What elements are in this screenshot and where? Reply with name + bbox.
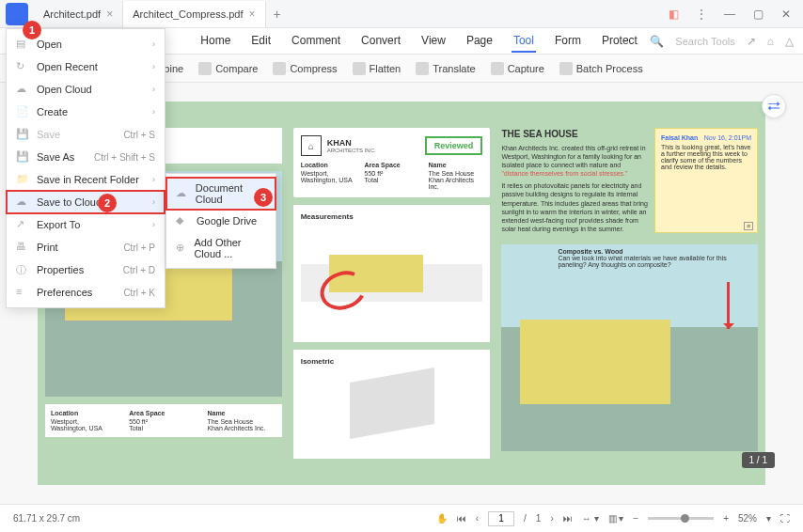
isometric-shape bbox=[350, 368, 434, 439]
elevation-drawing bbox=[301, 227, 483, 302]
menu-item-properties[interactable]: ⓘPropertiesCtrl + D bbox=[7, 258, 165, 281]
notify-icon[interactable]: ◧ bbox=[666, 8, 681, 21]
capture-icon bbox=[491, 62, 504, 75]
folder-icon: 📁 bbox=[16, 173, 29, 186]
page-number-input[interactable] bbox=[488, 511, 514, 526]
zoom-slider[interactable] bbox=[648, 517, 714, 520]
batch-icon bbox=[559, 62, 573, 75]
hand-tool-icon[interactable]: ✋ bbox=[436, 513, 448, 524]
tab-architect-compress[interactable]: Architect_Compress.pdf × bbox=[123, 1, 265, 27]
open-icon: ▤ bbox=[16, 38, 29, 51]
menu-convert[interactable]: Convert bbox=[359, 30, 402, 53]
tool-flatten[interactable]: Flatten bbox=[353, 62, 402, 75]
recent-icon: ↻ bbox=[16, 60, 29, 73]
khan-logo: ⌂ bbox=[301, 135, 322, 156]
callout-text: Composite vs. Wood Can we look into what… bbox=[558, 248, 748, 268]
callout-badge-3: 3 bbox=[254, 188, 273, 207]
maximize-icon[interactable]: ▢ bbox=[750, 8, 765, 21]
view-mode-icon[interactable]: ▥ ▾ bbox=[608, 513, 624, 524]
tool-compress[interactable]: Compress bbox=[273, 62, 337, 75]
menu-item-export-to[interactable]: ↗Export To› bbox=[7, 213, 165, 236]
menu-home[interactable]: Home bbox=[198, 30, 232, 53]
menu-item-open-cloud[interactable]: ☁Open Cloud› bbox=[7, 78, 165, 101]
cloud-icon: ☁ bbox=[16, 83, 29, 96]
tab-label: Architect.pdf bbox=[43, 8, 101, 20]
preferences-icon: ≡ bbox=[16, 286, 29, 299]
save-icon: 💾 bbox=[16, 128, 29, 141]
fullscreen-icon[interactable]: ⛶ bbox=[780, 513, 790, 524]
menu-view[interactable]: View bbox=[419, 30, 448, 53]
compare-icon bbox=[198, 62, 212, 75]
add-tab-button[interactable]: + bbox=[266, 7, 289, 22]
tool-translate[interactable]: Translate bbox=[416, 62, 475, 75]
doc-cloud-icon: ☁ bbox=[176, 187, 188, 200]
menu-item-preferences[interactable]: ≡PreferencesCtrl + K bbox=[7, 281, 165, 304]
nav-next-icon[interactable]: › bbox=[550, 513, 553, 524]
save-as-icon: 💾 bbox=[16, 150, 29, 164]
khan-name: KHAN bbox=[327, 138, 376, 148]
menu-item-print[interactable]: 🖶PrintCtrl + P bbox=[7, 236, 165, 258]
tool-capture[interactable]: Capture bbox=[491, 62, 544, 75]
khan-sub: ARCHITECTS INC. bbox=[327, 148, 376, 153]
nav-first-icon[interactable]: ⏮ bbox=[457, 513, 466, 524]
nav-prev-icon[interactable]: ‹ bbox=[476, 513, 479, 524]
spec-table: LocationWestport,Washington, USA Area Sp… bbox=[45, 404, 282, 437]
page-indicator: 1 / 1 bbox=[742, 452, 775, 468]
close-icon[interactable]: × bbox=[249, 8, 256, 21]
zoom-in-icon[interactable]: + bbox=[723, 513, 729, 524]
callout-title: Composite vs. Wood bbox=[558, 248, 748, 255]
menu-tool[interactable]: Tool bbox=[512, 30, 536, 53]
menu-form[interactable]: Form bbox=[553, 30, 583, 53]
menu-item-open-recent[interactable]: ↻Open Recent› bbox=[7, 55, 165, 78]
search-icon[interactable]: 🔍 bbox=[650, 35, 664, 48]
comment-note[interactable]: Faisal Khan Nov 16, 2:01PM This is looki… bbox=[654, 128, 758, 233]
perspective-render: Composite vs. Wood Can we look into what… bbox=[501, 244, 758, 451]
search-tools-input[interactable]: Search Tools bbox=[675, 36, 734, 47]
zoom-out-icon[interactable]: − bbox=[633, 513, 638, 524]
save-to-cloud-submenu: ☁Document Cloud ◆Google Drive ⊕Add Other… bbox=[165, 173, 276, 269]
callout-badge-1: 1 bbox=[23, 21, 41, 39]
help-icon[interactable]: △ bbox=[785, 35, 794, 48]
nav-last-icon[interactable]: ⏭ bbox=[563, 513, 573, 524]
statusbar: 61.71 x 29.7 cm ✋ ⏮ ‹ / 1 › ⏭ ↔ ▾ ▥ ▾ − … bbox=[0, 504, 803, 532]
menu-protect[interactable]: Protect bbox=[600, 30, 639, 53]
comment-expand-icon[interactable]: ≡ bbox=[744, 222, 753, 230]
properties-icon: ⓘ bbox=[16, 263, 29, 276]
close-icon[interactable]: × bbox=[106, 8, 113, 21]
cloud-up-icon: ☁ bbox=[16, 196, 29, 209]
tool-compare[interactable]: Compare bbox=[198, 62, 258, 75]
isometric-panel: Isometric bbox=[293, 350, 491, 460]
tool-batch-process[interactable]: Batch Process bbox=[559, 62, 643, 75]
menu-comment[interactable]: Comment bbox=[290, 30, 342, 53]
tab-label: Architect_Compress.pdf bbox=[133, 8, 243, 20]
menu-item-create[interactable]: 📄Create› bbox=[7, 101, 165, 123]
submenu-add-other-cloud[interactable]: ⊕Add Other Cloud ... bbox=[166, 232, 276, 264]
share-icon[interactable]: ↗ bbox=[747, 35, 756, 48]
callout-body: Can we look into what materials we have … bbox=[558, 255, 748, 268]
comment-author: Faisal Khan bbox=[661, 134, 698, 141]
menu-item-save: 💾SaveCtrl + S bbox=[7, 123, 165, 146]
close-window-icon[interactable]: ✕ bbox=[779, 8, 794, 21]
home-icon[interactable]: ⌂ bbox=[767, 35, 774, 48]
flatten-icon bbox=[353, 62, 366, 75]
menu-item-save-recent-folder[interactable]: 📁Save in Recent Folder› bbox=[7, 168, 165, 191]
menu-page[interactable]: Page bbox=[464, 30, 495, 53]
sidebar-toggle-button[interactable]: ⮂ bbox=[762, 94, 786, 118]
titlebar: Architect.pdf × Architect_Compress.pdf ×… bbox=[0, 0, 803, 28]
more-icon[interactable]: ⋮ bbox=[694, 8, 709, 21]
tab-architect[interactable]: Architect.pdf × bbox=[34, 1, 123, 27]
menu-item-save-as[interactable]: 💾Save AsCtrl + Shift + S bbox=[7, 146, 165, 168]
zoom-value[interactable]: 52% bbox=[738, 513, 757, 524]
submenu-google-drive[interactable]: ◆Google Drive bbox=[166, 210, 276, 232]
menu-edit[interactable]: Edit bbox=[249, 30, 273, 53]
page-total: 1 bbox=[536, 513, 542, 524]
create-icon: 📄 bbox=[16, 105, 29, 118]
menu-item-save-to-cloud[interactable]: ☁Save to Cloud› bbox=[7, 191, 165, 213]
perspective-house bbox=[520, 320, 670, 404]
app-logo bbox=[6, 3, 28, 25]
reviewed-stamp: Reviewed bbox=[425, 136, 483, 155]
minimize-icon[interactable]: — bbox=[722, 8, 737, 21]
header-panel: ⌂ KHAN ARCHITECTS INC. Reviewed Location… bbox=[293, 128, 491, 197]
zoom-thumb[interactable] bbox=[681, 514, 689, 523]
fit-width-icon[interactable]: ↔ ▾ bbox=[582, 513, 599, 524]
